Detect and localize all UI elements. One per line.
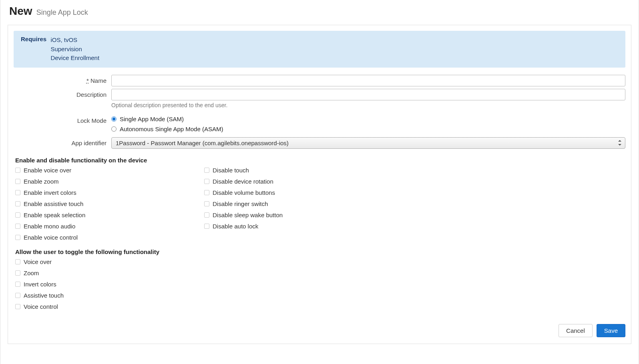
func-disable-label[interactable]: Disable touch [213, 167, 249, 174]
form-row-app-identifier: App identifier 1Password - Passwort Mana… [8, 137, 631, 149]
toggle-checkbox[interactable] [15, 259, 20, 264]
func-enable-item: Enable voice control [15, 233, 204, 242]
toggle-checkbox[interactable] [15, 270, 20, 276]
func-disable-label[interactable]: Disable sleep wake button [213, 212, 283, 218]
func-enable-label[interactable]: Enable assistive touch [24, 200, 83, 207]
func-enable-label[interactable]: Enable speak selection [24, 212, 85, 218]
toggle-item: Voice control [15, 302, 631, 311]
func-enable-item: Enable voice over [15, 166, 204, 174]
func-disable-checkbox[interactable] [204, 212, 209, 218]
toggle-label[interactable]: Invert colors [24, 281, 56, 288]
func-enable-item: Enable speak selection [15, 211, 204, 219]
func-enable-label[interactable]: Enable mono audio [24, 223, 75, 230]
func-enable-checkbox[interactable] [15, 168, 20, 173]
func-disable-checkbox[interactable] [204, 224, 209, 229]
page-container: New Single App Lock Requires iOS, tvOS S… [0, 0, 639, 364]
func-disable-checkbox[interactable] [204, 179, 209, 184]
func-disable-item: Disable ringer switch [204, 200, 393, 208]
radio-sam-row: Single App Mode (SAM) [111, 115, 625, 122]
requires-label: Requires [21, 36, 46, 42]
toggle-checkbox[interactable] [15, 293, 20, 298]
func-enable-checkbox[interactable] [15, 179, 20, 184]
form-row-description: Description Optional description present… [8, 89, 631, 108]
description-label: Description [8, 89, 111, 98]
functionality-columns: Enable voice overEnable zoomEnable inver… [8, 166, 631, 244]
requires-item: Supervision [50, 45, 99, 54]
toggle-item: Assistive touch [15, 291, 631, 300]
requires-item: Device Enrollment [50, 54, 99, 63]
func-enable-checkbox[interactable] [15, 235, 20, 240]
func-enable-label[interactable]: Enable zoom [24, 178, 59, 185]
func-enable-checkbox[interactable] [15, 212, 20, 218]
requires-banner: Requires iOS, tvOS Supervision Device En… [14, 31, 625, 68]
func-disable-checkbox[interactable] [204, 201, 209, 206]
functionality-heading: Enable and disable functionality on the … [8, 153, 631, 166]
toggle-label[interactable]: Zoom [24, 270, 39, 276]
app-identifier-select[interactable]: 1Password - Passwort Manager (com.agileb… [111, 137, 625, 149]
page-title: New [9, 5, 32, 17]
func-disable-item: Disable device rotation [204, 177, 393, 186]
toggle-label[interactable]: Assistive touch [24, 292, 64, 299]
func-disable-item: Disable volume buttons [204, 188, 393, 197]
func-enable-checkbox[interactable] [15, 224, 20, 229]
page-header: New Single App Lock [0, 0, 639, 25]
functionality-col2: Disable touchDisable device rotationDisa… [204, 166, 393, 244]
func-enable-checkbox[interactable] [15, 201, 20, 206]
content-box: Requires iOS, tvOS Supervision Device En… [8, 25, 631, 344]
app-identifier-label: App identifier [8, 137, 111, 146]
func-disable-item: Disable sleep wake button [204, 211, 393, 219]
radio-sam-label[interactable]: Single App Mode (SAM) [120, 116, 184, 122]
lock-mode-label: Lock Mode [8, 115, 111, 124]
func-disable-label[interactable]: Disable device rotation [213, 178, 273, 185]
radio-asam[interactable] [111, 126, 117, 132]
toggle-item: Voice over [15, 258, 631, 266]
toggle-item: Zoom [15, 269, 631, 277]
toggle-label[interactable]: Voice over [24, 258, 52, 265]
requires-items: iOS, tvOS Supervision Device Enrollment [50, 36, 99, 63]
cancel-button[interactable]: Cancel [559, 324, 593, 337]
func-enable-label[interactable]: Enable invert colors [24, 189, 76, 196]
name-label: * Name [8, 75, 111, 84]
form-row-lock-mode: Lock Mode Single App Mode (SAM) Autonomo… [8, 115, 631, 135]
toggle-label[interactable]: Voice control [24, 303, 58, 310]
functionality-col1: Enable voice overEnable zoomEnable inver… [15, 166, 204, 244]
name-label-text: Name [90, 77, 106, 84]
func-disable-checkbox[interactable] [204, 168, 209, 173]
save-button[interactable]: Save [597, 324, 625, 337]
footer-buttons: Cancel Save [8, 314, 631, 337]
name-input[interactable] [111, 75, 625, 86]
func-enable-item: Enable assistive touch [15, 200, 204, 208]
func-disable-label[interactable]: Disable volume buttons [213, 189, 275, 196]
radio-asam-label[interactable]: Autonomous Single App Mode (ASAM) [120, 126, 223, 132]
toggle-checkbox[interactable] [15, 304, 20, 309]
func-enable-label[interactable]: Enable voice over [24, 167, 71, 174]
func-disable-checkbox[interactable] [204, 190, 209, 195]
func-disable-item: Disable auto lock [204, 222, 393, 230]
toggle-item: Invert colors [15, 280, 631, 288]
func-disable-item: Disable touch [204, 166, 393, 174]
func-enable-label[interactable]: Enable voice control [24, 234, 78, 241]
radio-sam[interactable] [111, 116, 117, 122]
description-input[interactable] [111, 89, 625, 100]
func-enable-item: Enable mono audio [15, 222, 204, 230]
toggle-checkbox[interactable] [15, 282, 20, 287]
func-disable-label[interactable]: Disable auto lock [213, 223, 258, 230]
page-subtitle: Single App Lock [36, 8, 88, 16]
func-enable-item: Enable invert colors [15, 188, 204, 197]
func-enable-item: Enable zoom [15, 177, 204, 186]
radio-asam-row: Autonomous Single App Mode (ASAM) [111, 125, 625, 132]
requires-item: iOS, tvOS [50, 36, 99, 45]
toggle-heading: Allow the user to toggle the following f… [8, 244, 631, 258]
description-help: Optional description presented to the en… [111, 102, 625, 108]
form-row-name: * Name [8, 75, 631, 86]
func-enable-checkbox[interactable] [15, 190, 20, 195]
required-mark: * [86, 77, 89, 84]
func-disable-label[interactable]: Disable ringer switch [213, 200, 268, 207]
toggle-col: Voice overZoomInvert colorsAssistive tou… [8, 258, 631, 311]
